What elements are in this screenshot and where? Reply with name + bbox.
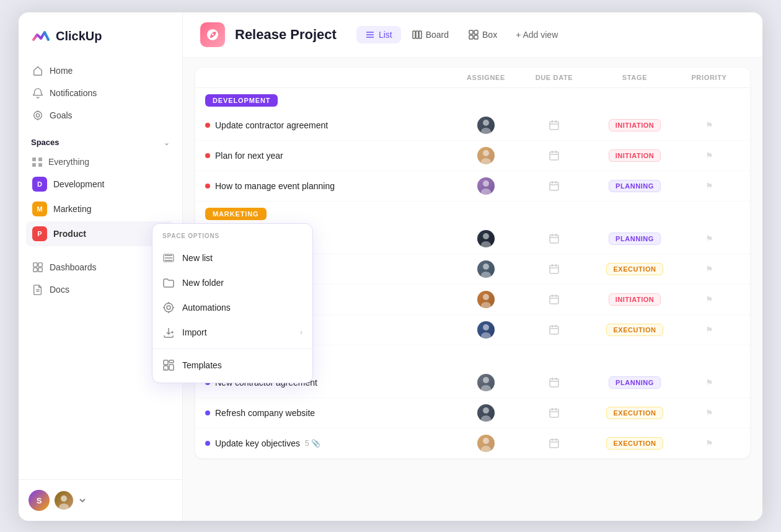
tab-box[interactable]: Box — [460, 26, 506, 43]
svg-point-10 — [61, 495, 67, 502]
svg-rect-37 — [474, 30, 478, 34]
sidebar-item-development[interactable]: D Development — [26, 172, 175, 197]
svg-rect-84 — [550, 379, 558, 387]
avatar — [477, 177, 495, 195]
assignee-cell — [455, 147, 517, 164]
svg-rect-48 — [550, 152, 558, 160]
user-avatar-img — [477, 374, 495, 391]
due-date-cell — [517, 407, 591, 419]
assignee-cell — [455, 177, 517, 195]
col-stage: STAGE — [591, 74, 678, 81]
calendar-icon — [549, 264, 560, 275]
svg-point-52 — [483, 180, 489, 187]
user-avatar-img — [477, 230, 495, 247]
menu-templates-label: Templates — [182, 360, 222, 370]
priority-cell[interactable]: ⚑ — [678, 264, 740, 274]
sidebar-item-notifications[interactable]: Notifications — [26, 82, 175, 104]
bell-icon — [32, 87, 43, 99]
menu-item-templates[interactable]: Templates — [152, 353, 312, 378]
table-row[interactable]: Update contractor agreement INITIATION — [195, 110, 750, 141]
priority-flag-icon: ⚑ — [705, 438, 713, 448]
assignee-cell — [455, 321, 517, 339]
menu-divider — [152, 348, 312, 349]
assignee-cell — [455, 291, 517, 308]
avatar — [477, 374, 495, 391]
table-row[interactable]: Plan for next year INITIATION ⚑ — [195, 141, 750, 171]
section-development: DEVELOPMENT — [195, 88, 750, 110]
priority-cell[interactable]: ⚑ — [678, 181, 740, 191]
svg-point-88 — [483, 407, 489, 414]
clickup-logo-icon — [31, 26, 51, 46]
user-avatar-img — [477, 177, 495, 195]
priority-flag-icon: ⚑ — [705, 234, 713, 244]
table-row[interactable]: Refresh company website EXECUTION — [195, 398, 750, 428]
task-title: How to manage event planning — [215, 181, 335, 191]
priority-cell[interactable]: ⚑ — [678, 234, 740, 244]
task-dot-red — [205, 153, 210, 158]
svg-point-64 — [483, 264, 489, 270]
priority-cell[interactable]: ⚑ — [678, 438, 740, 448]
priority-cell[interactable]: ⚑ — [678, 325, 740, 335]
svg-rect-35 — [419, 31, 421, 38]
chevron-down-icon[interactable]: ⌄ — [164, 138, 170, 147]
task-dot-blue — [205, 410, 210, 415]
stage-badge: EXECUTION — [606, 437, 663, 450]
home-icon — [32, 65, 43, 76]
menu-item-new-folder[interactable]: New folder — [152, 270, 312, 295]
project-title: Release Project — [235, 27, 337, 43]
calendar-icon — [549, 180, 560, 192]
automations-icon — [162, 301, 175, 314]
svg-point-76 — [483, 324, 489, 330]
menu-new-folder-label: New folder — [182, 278, 224, 288]
sidebar-item-goals[interactable]: Goals — [26, 104, 175, 126]
sidebar-item-marketing[interactable]: M Marketing — [26, 197, 175, 221]
priority-flag-icon: ⚑ — [705, 378, 713, 388]
due-date-cell — [517, 324, 591, 335]
tab-list[interactable]: List — [356, 26, 401, 43]
avatar — [477, 147, 495, 164]
menu-item-import[interactable]: Import › — [152, 320, 312, 345]
priority-cell[interactable]: ⚑ — [678, 120, 740, 130]
stage-badge: EXECUTION — [606, 407, 663, 419]
stage-cell: INITIATION — [591, 119, 678, 131]
stage-badge: PLANNING — [609, 233, 661, 245]
avatar — [477, 117, 495, 134]
priority-cell[interactable]: ⚑ — [678, 378, 740, 388]
add-view-button[interactable]: + Add view — [508, 26, 565, 43]
sidebar-item-everything-label: Everything — [48, 157, 89, 167]
user-avatar-img — [477, 117, 495, 134]
priority-flag-icon: ⚑ — [705, 120, 713, 130]
tab-board[interactable]: Board — [404, 26, 457, 43]
table-row[interactable]: Update key objectives 5 📎 EXECUTION — [195, 428, 750, 458]
svg-rect-7 — [38, 268, 42, 272]
svg-rect-60 — [550, 235, 558, 243]
menu-item-automations[interactable]: Automations — [152, 295, 312, 320]
due-date-cell — [517, 377, 591, 388]
due-date-cell — [517, 264, 591, 275]
due-date-cell — [517, 180, 591, 192]
menu-item-new-list[interactable]: New list — [152, 246, 312, 270]
sidebar-item-home[interactable]: Home — [26, 60, 175, 82]
calendar-icon — [549, 233, 560, 244]
docs-icon — [32, 284, 43, 295]
stage-badge: EXECUTION — [606, 324, 663, 336]
svg-point-22 — [172, 332, 173, 333]
sidebar-item-everything[interactable]: Everything — [26, 152, 175, 172]
table-row[interactable]: How to manage event planning PLANNING — [195, 171, 750, 202]
avatar — [477, 404, 495, 422]
target-icon — [32, 110, 43, 121]
priority-cell[interactable]: ⚑ — [678, 408, 740, 418]
chevron-down-icon[interactable] — [78, 496, 87, 505]
priority-cell[interactable]: ⚑ — [678, 151, 740, 161]
svg-point-65 — [481, 272, 491, 278]
task-meta: 5 📎 — [305, 439, 320, 448]
svg-point-41 — [481, 128, 491, 134]
svg-rect-33 — [413, 31, 415, 38]
stage-cell: PLANNING — [591, 180, 678, 192]
import-icon — [162, 326, 175, 339]
col-task — [205, 74, 455, 81]
task-name: Update contractor agreement — [205, 120, 455, 130]
priority-cell[interactable]: ⚑ — [678, 295, 740, 304]
svg-point-40 — [483, 120, 489, 126]
stage-cell: PLANNING — [591, 233, 678, 245]
